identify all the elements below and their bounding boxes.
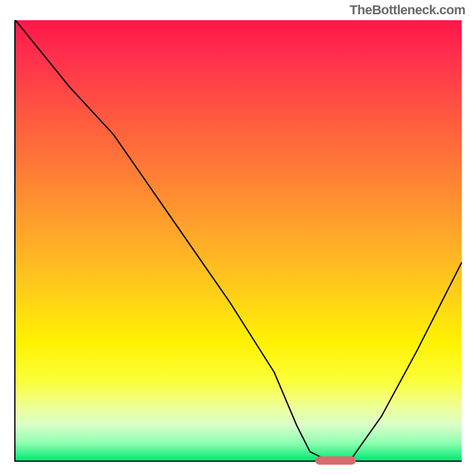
watermark-text: TheBottleneck.com bbox=[350, 2, 465, 18]
bottleneck-curve-path bbox=[15, 20, 462, 461]
chart-curve-svg bbox=[15, 20, 462, 461]
optimal-range-marker bbox=[315, 456, 356, 465]
chart-plot-area bbox=[14, 20, 462, 462]
